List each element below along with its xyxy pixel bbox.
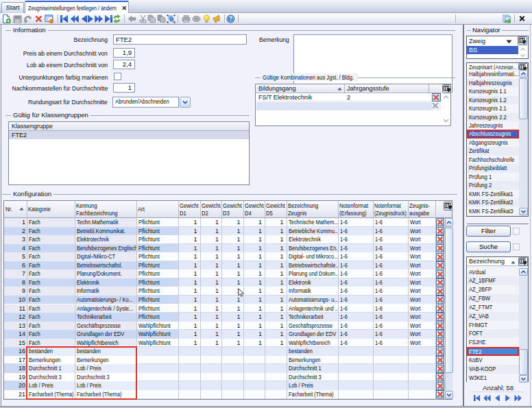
svg-text:?: ? (229, 15, 232, 22)
